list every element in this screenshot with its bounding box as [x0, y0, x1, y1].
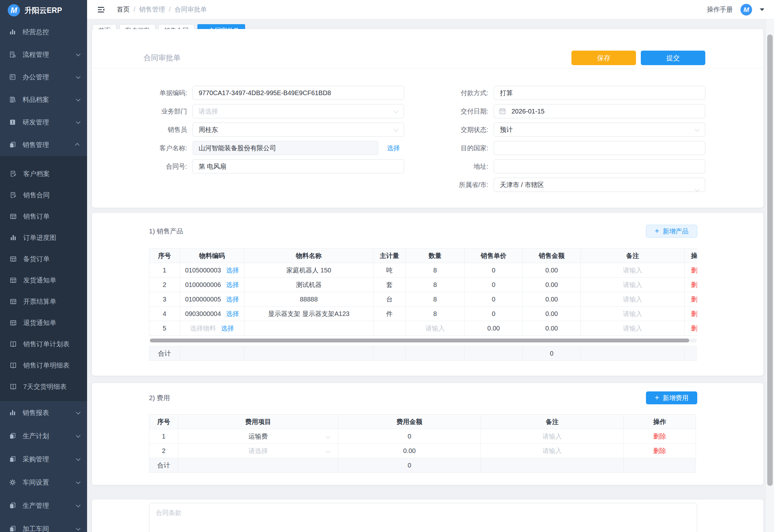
sidebar-bottom-group: 销售报表 生产计划 采购管理 车间设置 生产管理 加工车间: [0, 401, 87, 532]
sidebar-item-return-notice[interactable]: 退货通知单: [0, 312, 87, 333]
select-material-link[interactable]: 选择: [226, 281, 239, 288]
delete-row-link[interactable]: 删除: [624, 444, 696, 458]
select-customer-link[interactable]: 选择: [387, 144, 400, 153]
cell-empty: [244, 346, 373, 361]
add-product-button[interactable]: + 新增产品: [646, 225, 697, 238]
delete-row-link[interactable]: 删除: [685, 263, 698, 278]
delete-row-link[interactable]: 删除: [685, 278, 698, 292]
app-name: 升阳云ERP: [25, 5, 62, 15]
manual-link[interactable]: 操作手册: [707, 5, 733, 14]
caret-down-icon[interactable]: [760, 8, 764, 11]
vertical-scrollbar-thumb[interactable]: [767, 34, 773, 486]
cell-qty[interactable]: 8: [406, 278, 465, 292]
sidebar-item-7day-delivery-report[interactable]: 7天交货明细表: [0, 376, 87, 397]
remark-input[interactable]: 请输入: [481, 444, 624, 458]
sidebar-item-order-plan-report[interactable]: 销售订单计划表: [0, 333, 87, 355]
menu-fold-icon[interactable]: [97, 5, 105, 14]
delivery-status-select[interactable]: [494, 123, 705, 137]
sidebar-item-office[interactable]: 办公管理: [0, 66, 87, 88]
breadcrumb: 首页 / 销售管理 / 合同审批单: [117, 5, 207, 14]
sidebar-item-dashboard[interactable]: 经营总控: [0, 21, 87, 43]
total-row: 合计 0: [149, 346, 698, 361]
cell-qty[interactable]: 8: [406, 292, 465, 307]
user-avatar[interactable]: M: [740, 4, 752, 15]
sidebar-item-workshop-settings[interactable]: 车间设置: [0, 471, 87, 494]
sidebar-item-stock-order[interactable]: 备货订单: [0, 248, 87, 270]
payment-method-input[interactable]: [494, 86, 705, 100]
remark-input[interactable]: 请输入: [581, 292, 685, 307]
delete-row-link[interactable]: 删除: [624, 429, 696, 444]
tab-contract-approval[interactable]: 合同审批单: [197, 24, 245, 29]
department-select[interactable]: [193, 104, 404, 118]
sidebar-item-materials[interactable]: 料品档案: [0, 88, 87, 111]
app-logo: M 升阳云ERP: [0, 0, 87, 21]
delivery-date-input[interactable]: [494, 104, 705, 118]
remark-input[interactable]: 请输入: [581, 278, 685, 292]
contract-terms-textarea[interactable]: [149, 503, 697, 532]
chevron-down-icon: [76, 433, 80, 438]
breadcrumb-home[interactable]: 首页: [117, 5, 130, 14]
select-material-link[interactable]: 选择: [226, 267, 239, 274]
fee-item-select[interactable]: 请选择: [178, 444, 338, 458]
sidebar-item-processing-workshop[interactable]: 加工车间: [0, 517, 87, 532]
delete-row-link[interactable]: 删除: [685, 321, 698, 336]
form-field-customer: 客户名称: 选择: [144, 141, 404, 155]
contract-no-input[interactable]: [193, 159, 404, 173]
cell-fee-amount[interactable]: 0.00: [338, 444, 481, 458]
sidebar-item-sales-order[interactable]: 销售订单: [0, 206, 87, 227]
doc-edit-icon: [10, 192, 17, 199]
cell-price[interactable]: 0: [465, 307, 523, 321]
sidebar-item-order-progress[interactable]: 订单进度图: [0, 227, 87, 248]
doc-code-input[interactable]: [193, 86, 404, 100]
select-material-link[interactable]: 选择: [226, 296, 239, 303]
sidebar-item-process[interactable]: 流程管理: [0, 43, 87, 66]
c ell-fee-amount[interactable]: 0: [338, 429, 481, 444]
tab-sales-contract[interactable]: 销售合同: [158, 24, 194, 29]
sidebar-item-purchasing[interactable]: 采购管理: [0, 448, 87, 471]
remark-input[interactable]: 请输入: [581, 307, 685, 321]
sidebar-item-shipping-notice[interactable]: 发货通知单: [0, 270, 87, 291]
add-fee-button[interactable]: + 新增费用: [646, 391, 697, 404]
tab-customer-archive[interactable]: 客户档案: [119, 24, 155, 29]
remark-input[interactable]: 请输入: [581, 263, 685, 278]
qty-input[interactable]: 请输入: [406, 321, 465, 336]
select-material-link[interactable]: 选择: [221, 325, 234, 332]
remark-input[interactable]: 请输入: [481, 429, 624, 444]
breadcrumb-sales-mgmt[interactable]: 销售管理: [139, 5, 165, 14]
remark-input[interactable]: 请输入: [581, 321, 685, 336]
cell-price[interactable]: 0: [465, 263, 523, 278]
fee-item-select[interactable]: 运输费: [178, 429, 338, 444]
sidebar-item-sales-reports[interactable]: 销售报表: [0, 401, 87, 424]
dest-country-input[interactable]: [494, 141, 705, 155]
cell-qty[interactable]: 8: [406, 307, 465, 321]
products-header-row: 序号 物料编码 物料名称 主计量 数量 销售单价 销售金额 备注 操作: [149, 249, 698, 263]
sidebar-item-label: 销售订单明细表: [23, 361, 70, 370]
sidebar-item-sales-contract[interactable]: 销售合同: [0, 184, 87, 206]
province-city-select[interactable]: [494, 178, 705, 192]
cell-price[interactable]: 0: [465, 292, 523, 307]
cell-price[interactable]: 0.00: [465, 321, 523, 336]
sidebar-item-label: 发货通知单: [23, 276, 56, 285]
field-label: 交付日期:: [445, 107, 494, 116]
select-material-link[interactable]: 选择: [226, 310, 239, 317]
sidebar-item-customer-archive[interactable]: 客户档案: [0, 163, 87, 184]
sidebar-item-rnd[interactable]: 研发管理: [0, 111, 87, 133]
cell-qty[interactable]: 8: [406, 263, 465, 278]
cell-no: 3: [149, 292, 180, 307]
field-label: 地址:: [445, 162, 494, 171]
tab-home[interactable]: 首页: [93, 24, 116, 29]
sidebar-item-production-plan[interactable]: 生产计划: [0, 424, 87, 448]
sidebar-item-order-detail-report[interactable]: 销售订单明细表: [0, 355, 87, 376]
horizontal-scrollbar-thumb[interactable]: [150, 339, 689, 342]
cell-price[interactable]: 0: [465, 278, 523, 292]
sidebar-item-invoice-settlement[interactable]: 开票结算单: [0, 291, 87, 312]
delete-row-link[interactable]: 删除: [685, 307, 698, 321]
address-input[interactable]: [494, 159, 705, 173]
sidebar-item-sales[interactable]: 销售管理: [0, 133, 87, 156]
form-field-salesperson: 销售员: [144, 123, 404, 137]
submit-button[interactable]: 提交: [641, 51, 705, 65]
salesperson-select[interactable]: [193, 123, 404, 137]
delete-row-link[interactable]: 删除: [685, 292, 698, 307]
save-button[interactable]: 保存: [571, 51, 636, 65]
sidebar-item-production-mgmt[interactable]: 生产管理: [0, 494, 87, 517]
